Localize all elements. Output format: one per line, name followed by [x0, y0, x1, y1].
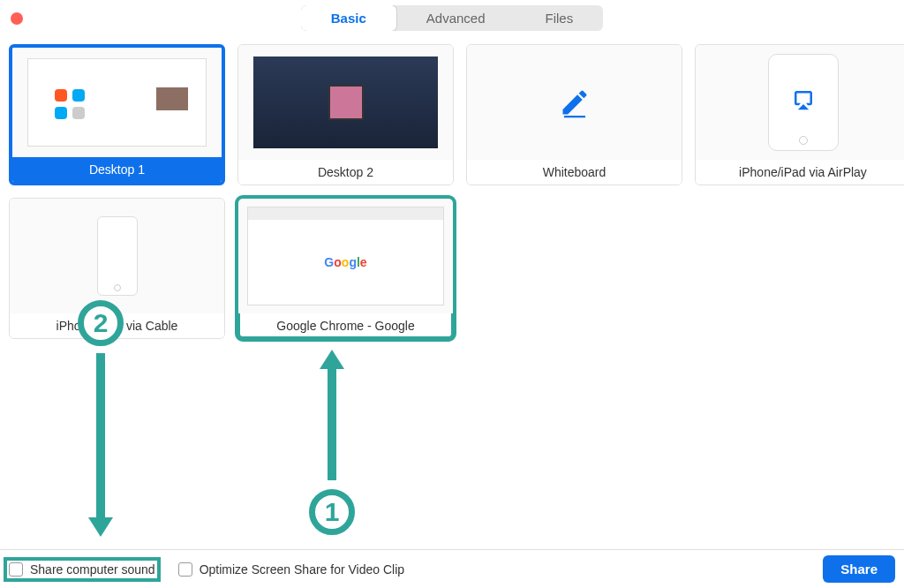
checkbox-label: Share computer sound	[30, 562, 155, 577]
tab-basic[interactable]: Basic	[301, 5, 396, 31]
google-logo-icon: Google	[324, 255, 366, 269]
mode-tabs: Basic Advanced Files	[301, 5, 603, 31]
tile-airplay[interactable]: iPhone/iPad via AirPlay	[695, 44, 904, 185]
tile-label: Desktop 2	[238, 160, 453, 185]
svg-rect-0	[564, 116, 585, 117]
tile-label: iPhone/iPad via AirPlay	[696, 160, 904, 185]
tile-label: Desktop 1	[12, 157, 222, 182]
checkbox-box[interactable]	[178, 562, 192, 577]
annotation-callout-2: 2	[78, 300, 124, 346]
footer-bar: Share computer sound Optimize Screen Sha…	[0, 549, 904, 588]
annotation-arrow-2	[96, 353, 105, 521]
tile-label: Google Chrome - Google	[238, 313, 453, 338]
thumbnail-desktop-2	[238, 45, 453, 160]
thumbnail-whiteboard	[467, 45, 682, 160]
tile-desktop-1[interactable]: Desktop 1	[9, 44, 225, 185]
tab-advanced[interactable]: Advanced	[396, 5, 516, 31]
tile-whiteboard[interactable]: Whiteboard	[466, 44, 682, 185]
thumbnail-airplay	[696, 45, 904, 160]
share-source-grid: Desktop 1 Desktop 2 Whiteboard iPhone/iP…	[0, 35, 904, 339]
thumbnail-desktop-1	[12, 48, 222, 157]
title-bar: Basic Advanced Files	[0, 0, 904, 35]
tile-google-chrome[interactable]: Google Google Chrome - Google	[237, 198, 454, 339]
checkbox-box[interactable]	[9, 562, 23, 577]
checkbox-optimize-video-clip[interactable]: Optimize Screen Share for Video Clip	[178, 562, 404, 577]
tab-files[interactable]: Files	[516, 5, 604, 31]
annotation-callout-1: 1	[309, 489, 355, 535]
annotation-arrow-1	[328, 366, 336, 480]
thumbnail-chrome: Google	[238, 199, 453, 313]
thumbnail-cable	[10, 199, 224, 313]
pencil-icon	[557, 87, 592, 118]
share-button[interactable]: Share	[823, 555, 895, 583]
airplay-icon	[790, 87, 817, 113]
tile-label: Whiteboard	[467, 160, 682, 185]
close-window-button[interactable]	[11, 12, 23, 25]
checkbox-share-computer-sound[interactable]: Share computer sound	[9, 562, 155, 577]
tile-desktop-2[interactable]: Desktop 2	[237, 44, 454, 185]
checkbox-label: Optimize Screen Share for Video Clip	[200, 562, 404, 577]
